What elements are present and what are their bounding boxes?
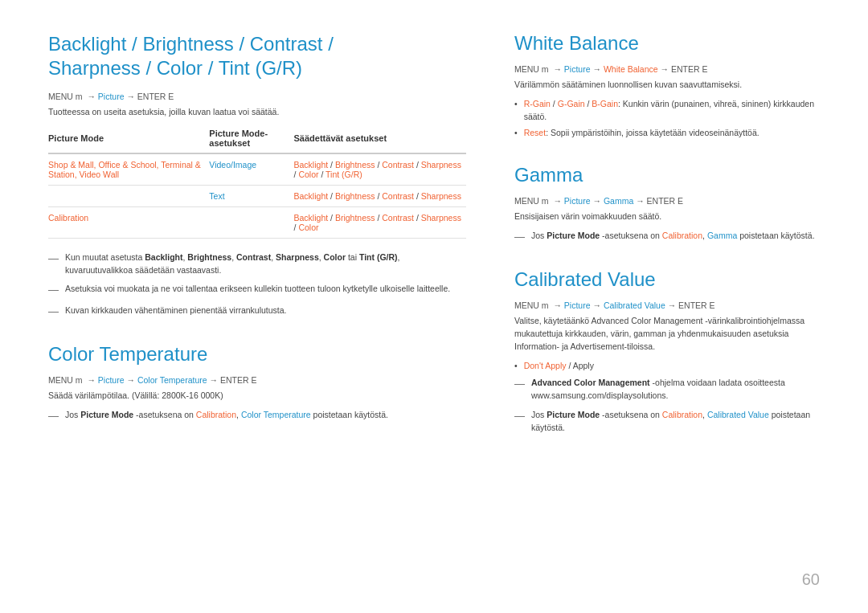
color-temperature-section: Color Temperature MENU m → Picture → Col… bbox=[48, 343, 466, 423]
white-balance-bullet-1: • R-Gain / G-Gain / B-Gain: Kunkin värin… bbox=[514, 98, 820, 124]
calibrated-value-section: Calibrated Value MENU m → Picture → Cali… bbox=[514, 268, 820, 434]
table-row: Shop & Mall, Office & School, Terminal &… bbox=[48, 153, 466, 186]
page-number: 60 bbox=[802, 570, 820, 589]
col-picture-mode: Picture Mode bbox=[48, 125, 209, 153]
gamma-menu-line: MENU m → Picture → Gamma → ENTER E bbox=[514, 196, 820, 206]
white-balance-bullet-2: • Reset: Sopii ympäristöihin, joissa käy… bbox=[514, 127, 820, 140]
picture-mode-table: Picture Mode Picture Mode-asetukset Sääd… bbox=[48, 125, 466, 239]
gamma-section: Gamma MENU m → Picture → Gamma → ENTER E… bbox=[514, 164, 820, 244]
gamma-desc: Ensisijaisen värin voimakkuuden säätö. bbox=[514, 210, 820, 223]
calibrated-value-desc: Valitse, käytetäänkö Advanced Color Mana… bbox=[514, 315, 820, 353]
white-balance-section: White Balance MENU m → Picture → White B… bbox=[514, 32, 820, 140]
calibrated-value-note-2: — Jos Picture Mode -asetuksena on Calibr… bbox=[514, 409, 820, 435]
main-notes: — Kun muutat asetusta Backlight, Brightn… bbox=[48, 251, 466, 320]
table-row: Text Backlight / Brightness / Contrast /… bbox=[48, 185, 466, 206]
table-row: Calibration Backlight / Brightness / Con… bbox=[48, 206, 466, 238]
white-balance-menu-line: MENU m → Picture → White Balance → ENTER… bbox=[514, 64, 820, 74]
calibrated-value-note-1: — Advanced Color Management -ohjelma voi… bbox=[514, 377, 820, 403]
right-column: White Balance MENU m → Picture → White B… bbox=[514, 32, 820, 458]
left-column: Backlight / Brightness / Contrast / Shar… bbox=[48, 32, 466, 458]
color-temp-desc: Säädä värilämpötilaa. (Välillä: 2800K-16… bbox=[48, 390, 466, 403]
calibrated-value-bullet-1: • Don't Apply / Apply bbox=[514, 360, 820, 373]
color-temp-title: Color Temperature bbox=[48, 343, 466, 366]
white-balance-title: White Balance bbox=[514, 32, 820, 55]
main-desc: Tuotteessa on useita asetuksia, joilla k… bbox=[48, 106, 466, 119]
calibrated-value-title: Calibrated Value bbox=[514, 268, 820, 291]
col-picture-mode-settings: Picture Mode-asetukset bbox=[209, 125, 293, 153]
gamma-note: — Jos Picture Mode -asetuksena on Calibr… bbox=[514, 230, 820, 245]
gamma-title: Gamma bbox=[514, 164, 820, 186]
main-section-title: Backlight / Brightness / Contrast / Shar… bbox=[48, 32, 466, 80]
color-temp-note: — Jos Picture Mode -asetuksena on Calibr… bbox=[48, 409, 466, 424]
calibrated-value-menu-line: MENU m → Picture → Calibrated Value → EN… bbox=[514, 300, 820, 310]
white-balance-desc: Värilämmön säätäminen luonnollisen kuvan… bbox=[514, 79, 820, 92]
col-adjustable-settings: Säädettävät asetukset bbox=[294, 125, 466, 153]
main-menu-line: MENU m → Picture → ENTER E bbox=[48, 92, 466, 101]
color-temp-menu-line: MENU m → Picture → Color Temperature → E… bbox=[48, 375, 466, 385]
